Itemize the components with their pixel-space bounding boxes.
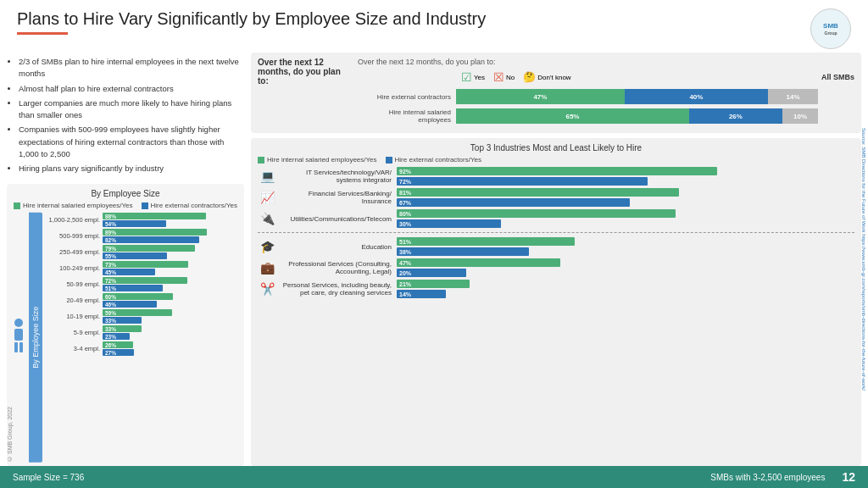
- ind-bar-blue-row: 14%: [397, 290, 854, 298]
- industry-icon: 📈: [258, 188, 276, 207]
- ind-bar-green-row: 81%: [397, 188, 854, 197]
- svg-rect-1: [14, 329, 23, 341]
- all-smbs-label: All SMBs: [821, 73, 854, 81]
- emp-blue-bar: 82%: [103, 236, 199, 243]
- industry-bars: 21% 14%: [397, 280, 854, 298]
- ind-green-bar: 80%: [397, 209, 676, 218]
- dont-know-icon: 🤔: [523, 71, 536, 83]
- survey-rows: Hire external contractors 47% 40% 14% Hi…: [358, 89, 854, 124]
- industry-bars: 81% 67%: [397, 188, 854, 207]
- industry-legend: Hire internal salaried employees/Yes Hir…: [258, 156, 854, 164]
- emp-bar-group: 89% 82%: [103, 229, 241, 243]
- survey-left: Over the next 12 months, do you plan to:: [258, 58, 351, 128]
- right-panel: Over the next 12 months, do you plan to:…: [251, 53, 861, 466]
- ind-green-bar: 47%: [397, 258, 560, 267]
- emp-bar-group: 59% 33%: [103, 309, 241, 324]
- bullet-1: 2/3 of SMBs plan to hire internal employ…: [19, 56, 244, 80]
- emp-bar-row: 50-99 empl. 72% 51%: [47, 277, 241, 291]
- accent-line: [17, 32, 68, 35]
- bullet-2: Almost half plan to hire external contra…: [19, 83, 244, 95]
- emp-bar-group: 72% 51%: [103, 277, 241, 291]
- footer-right: SMBs with 3-2,500 employees 12: [710, 470, 855, 484]
- survey-no-bar: 26%: [689, 108, 782, 124]
- ind-green-bar: 81%: [397, 188, 679, 197]
- svg-rect-2: [14, 342, 18, 352]
- industry-icon: 🎓: [258, 237, 276, 256]
- industry-label: IT Services/technology/VAR/ systems inte…: [281, 169, 392, 184]
- emp-green-bar: 73%: [103, 261, 188, 268]
- survey-bar-track: 47% 40% 14%: [456, 89, 854, 104]
- emp-bar-row: 1,000-2,500 empl. 88% 54%: [47, 213, 241, 227]
- ind-blue-bar: 38%: [397, 247, 529, 256]
- source-text: Source: SMB Directions for the Future of…: [860, 128, 866, 391]
- emp-bar-group: 26% 27%: [103, 341, 241, 356]
- industry-bars: 47% 20%: [397, 258, 854, 277]
- survey-yes-bar: 47%: [456, 89, 625, 104]
- yes-icon: ☑: [461, 70, 472, 84]
- emp-bar-group: 79% 55%: [103, 245, 241, 259]
- emp-blue-bar: 33%: [103, 317, 142, 324]
- survey-bar-track: 65% 26% 10%: [456, 108, 854, 124]
- emp-bar-group: 60% 46%: [103, 293, 241, 308]
- emp-bar-row: 20-49 empl. 60% 46%: [47, 293, 241, 308]
- ind-bar-blue-row: 72%: [397, 177, 854, 186]
- emp-blue-bar: 46%: [103, 301, 157, 308]
- emp-bars: 1,000-2,500 empl. 88% 54% 500-999 empl. …: [44, 213, 241, 463]
- legend-blue-emp: Hire external contractors/Yes: [142, 202, 237, 209]
- industry-row: 💻 IT Services/technology/VAR/ systems in…: [258, 167, 854, 186]
- emp-row-label: 500-999 empl.: [47, 232, 100, 240]
- emp-blue-bar: 54%: [103, 220, 166, 227]
- bullet-5: Hiring plans vary significantly by indus…: [19, 163, 244, 175]
- ind-bar-blue-row: 20%: [397, 269, 854, 277]
- emp-bar-row: 10-19 empl. 59% 33%: [47, 309, 241, 324]
- emp-row-label: 250-499 empl.: [47, 248, 100, 256]
- industry-row: ✂️ Personal Services, including beauty, …: [258, 280, 854, 298]
- industry-row: 💼 Professional Services (Consulting, Acc…: [258, 258, 854, 277]
- emp-green-bar: 89%: [103, 229, 207, 236]
- footer-page: 12: [842, 470, 855, 484]
- emp-green-bar: 72%: [103, 277, 187, 284]
- ind-bar-blue-row: 67%: [397, 198, 854, 207]
- source-area: Source: SMB Directions for the Future of…: [860, 61, 866, 458]
- industry-label: Personal Services, including beauty, pet…: [281, 281, 392, 297]
- main-content: 2/3 of SMBs plan to hire internal employ…: [0, 53, 868, 466]
- bullet-list: 2/3 of SMBs plan to hire internal employ…: [7, 53, 244, 180]
- dk-label: Don't know: [537, 74, 570, 81]
- emp-row-label: 50-99 empl.: [47, 280, 100, 288]
- ind-bar-green-row: 92%: [397, 167, 854, 175]
- icon-items: ☑ Yes ☒ No 🤔 Don't know: [461, 70, 571, 84]
- survey-no-bar: 40%: [625, 89, 768, 104]
- legend-green-ind: Hire internal salaried employees/Yes: [258, 156, 377, 164]
- emp-bar-row: 100-249 empl. 73% 45%: [47, 261, 241, 275]
- ind-blue-dot: [386, 157, 392, 164]
- dk-icon-item: 🤔 Don't know: [523, 71, 570, 83]
- no-label: No: [506, 74, 515, 81]
- industry-chart-title: Top 3 Industries Most and Least Likely t…: [258, 143, 854, 152]
- green-dot: [14, 202, 20, 209]
- industry-label: Financial Services/Banking/ Insurance: [281, 190, 392, 205]
- emp-green-bar: 33%: [103, 325, 142, 332]
- blue-dot: [142, 202, 148, 209]
- emp-green-bar: 26%: [103, 341, 133, 348]
- emp-bar-group: 88% 54%: [103, 213, 241, 227]
- ind-bar-green-row: 47%: [397, 258, 854, 267]
- industry-bars: 80% 30%: [397, 209, 854, 228]
- emp-row-label: 20-49 empl.: [47, 297, 100, 304]
- footer: Sample Size = 736 SMBs with 3-2,500 empl…: [0, 466, 868, 488]
- person-svg: [12, 317, 25, 359]
- industry-row: 🎓 Education 51% 38%: [258, 237, 854, 256]
- survey-bar-row: Hire internal salaried employees 65% 26%…: [358, 108, 854, 124]
- survey-row-label: Hire external contractors: [358, 93, 451, 101]
- emp-green-bar: 79%: [103, 245, 195, 252]
- emp-green-bar: 59%: [103, 309, 172, 316]
- industry-bars: 92% 72%: [397, 167, 854, 186]
- emp-sidebar-label: By Employee Size: [29, 213, 42, 463]
- emp-row-label: 100-249 empl.: [47, 264, 100, 272]
- ind-bar-blue-row: 38%: [397, 247, 854, 256]
- survey-yes-bar: 65%: [456, 108, 689, 124]
- page-title: Plans to Hire Vary Significantly by Empl…: [17, 8, 526, 29]
- dashed-divider: [258, 232, 854, 233]
- emp-bar-row: 500-999 empl. 89% 82%: [47, 229, 241, 243]
- emp-row-label: 5-9 empl.: [47, 329, 100, 336]
- industry-label: Professional Services (Consulting, Accou…: [281, 260, 392, 275]
